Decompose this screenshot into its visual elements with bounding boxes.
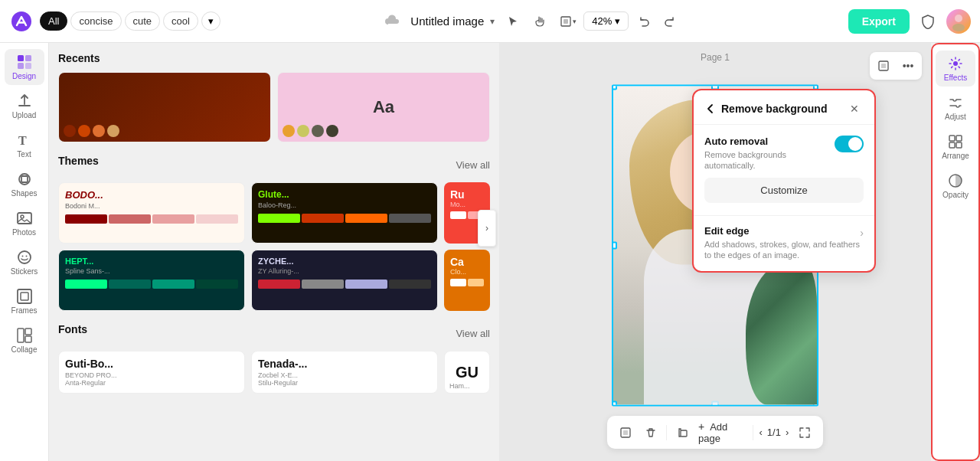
fonts-grid: Guti-Bo... BEYOND PRO... Anta-Regular Te… (58, 351, 490, 394)
svg-point-28 (953, 61, 958, 66)
handle-bl[interactable] (612, 401, 617, 407)
shield-icon[interactable] (916, 9, 940, 34)
sidebar-item-collage[interactable]: Collage (5, 322, 44, 358)
right-adjust-label: Adjust (945, 113, 966, 121)
sidebar-item-design[interactable]: Design (5, 49, 44, 85)
theme-hept-subtitle: Spline Sans-... (65, 267, 238, 275)
svg-rect-20 (18, 329, 24, 342)
doc-title: Untitled image (410, 15, 484, 28)
right-sidebar-arrange[interactable]: Arrange (936, 129, 975, 165)
right-sidebar-effects[interactable]: Effects (936, 51, 975, 87)
font-card-guti[interactable]: Guti-Bo... BEYOND PRO... Anta-Regular (58, 351, 245, 394)
auto-removal-toggle[interactable] (835, 136, 864, 152)
swatch-b (297, 125, 309, 137)
edit-edge-chevron: › (860, 227, 864, 239)
auto-removal-row: Auto removal Remove backgrounds automati… (704, 136, 864, 172)
chevron-down-icon[interactable]: ▾ (490, 16, 495, 27)
tag-all[interactable]: All (40, 11, 67, 31)
tag-dropdown[interactable]: ▾ (201, 11, 220, 31)
font-gu-sub: Ham... (449, 382, 470, 390)
logo[interactable] (9, 9, 34, 34)
sidebar-item-photos[interactable]: Photos (5, 205, 44, 241)
page-nav: ‹ 1/1 › (760, 427, 789, 438)
theme-bodo-subtitle: Bodoni M... (65, 202, 238, 210)
font-card-tenada[interactable]: Tenada-... Zocbel X-E... Stilu-Regular (251, 351, 438, 394)
sidebar-label-design: Design (12, 72, 36, 80)
right-arrange-label: Arrange (942, 152, 969, 160)
theme-card-glute[interactable]: Glute... Baloo-Reg... (251, 182, 438, 244)
svg-rect-27 (681, 430, 687, 436)
handle-ml[interactable] (612, 242, 617, 250)
canvas-frame-icon[interactable] (873, 55, 894, 77)
bottom-divider-2 (753, 425, 753, 440)
theme-zyche-title: ZYCHE... (258, 257, 431, 266)
themes-next-arrow[interactable]: › (478, 210, 496, 247)
tag-cool[interactable]: cool (163, 11, 198, 31)
theme-ru-subtitle: Mo... (450, 201, 484, 208)
svg-text:T: T (18, 134, 27, 147)
font-guti-name: Guti-Bo... (65, 358, 238, 370)
hand-icon[interactable] (528, 9, 553, 34)
zoom-value: 42% (592, 15, 612, 27)
svg-rect-9 (25, 63, 31, 69)
remove-bg-panel: Remove background ✕ Auto removal Remove … (692, 89, 876, 273)
theme-card-ca[interactable]: Ca Clo... (444, 250, 490, 311)
fonts-header: Fonts View all (58, 323, 490, 343)
svg-point-5 (952, 24, 965, 31)
right-opacity-label: Opacity (942, 191, 969, 199)
theme-card-zyche[interactable]: ZYCHE... ZY Alluring-... (251, 250, 438, 311)
tag-concise[interactable]: concise (70, 11, 121, 31)
fonts-view-all[interactable]: View all (456, 328, 490, 339)
right-sidebar-adjust[interactable]: Adjust (936, 90, 975, 126)
recent-card-2[interactable]: Aa (277, 72, 490, 142)
theme-card-hept[interactable]: HEPT... Spline Sans-... (58, 250, 245, 311)
sidebar-item-frames[interactable]: Frames (5, 283, 44, 319)
undo-redo (632, 9, 682, 34)
handle-tl[interactable] (612, 85, 617, 90)
sidebar-item-shapes[interactable]: Shapes (5, 166, 44, 202)
undo-button[interactable] (632, 9, 656, 34)
remove-bg-title: Remove background (721, 103, 827, 115)
export-button[interactable]: Export (848, 9, 910, 34)
svg-rect-6 (18, 55, 24, 61)
themes-header: Themes View all (58, 155, 490, 175)
svg-rect-31 (949, 142, 955, 148)
toolbar-icons: ▾ 42% ▾ (501, 9, 682, 34)
font-card-gu[interactable]: GU Ham... (444, 351, 490, 394)
theme-ca-title: Ca (450, 256, 484, 268)
avatar[interactable] (946, 9, 971, 34)
zoom-control[interactable]: 42% ▾ (583, 11, 629, 31)
customize-button[interactable]: Customize (704, 178, 864, 203)
recent-card-1[interactable] (58, 72, 271, 142)
sidebar-label-shapes: Shapes (11, 189, 38, 198)
edit-edge-row[interactable]: Edit edge Add shadows, strokes, glow, an… (704, 225, 864, 261)
sidebar-item-stickers[interactable]: Stickers (5, 244, 44, 280)
theme-card-bodo[interactable]: BODO... Bodoni M... (58, 182, 245, 244)
themes-view-all[interactable]: View all (456, 159, 490, 171)
sidebar-item-upload[interactable]: Upload (5, 88, 44, 124)
delete-icon[interactable] (642, 422, 661, 443)
next-page-icon[interactable]: › (786, 427, 789, 438)
svg-rect-7 (25, 55, 31, 61)
panel-back-button[interactable]: Remove background (704, 103, 827, 115)
svg-rect-12 (21, 176, 28, 182)
copy-icon[interactable] (673, 422, 692, 443)
bottom-divider-1 (666, 425, 667, 440)
redo-button[interactable] (658, 9, 682, 34)
sidebar-item-text[interactable]: T Text (5, 127, 44, 163)
zoom-chevron: ▾ (615, 15, 620, 27)
add-page-button[interactable]: + Add page (698, 420, 746, 444)
expand-icon[interactable] (795, 422, 814, 443)
prev-page-icon[interactable]: ‹ (760, 427, 763, 438)
cursor-icon[interactable] (501, 9, 525, 34)
frame-icon[interactable]: ▾ (556, 9, 580, 34)
themes-grid: BODO... Bodoni M... Glute... Baloo-Reg..… (58, 182, 490, 311)
canvas-more-icon[interactable]: ••• (897, 55, 919, 77)
font-gu-text: GU (456, 364, 479, 381)
right-sidebar-opacity[interactable]: Opacity (936, 168, 975, 204)
panel-header: Remove background ✕ (694, 90, 874, 125)
panel-close-button[interactable]: ✕ (845, 100, 864, 118)
frame-tool-icon[interactable] (616, 422, 635, 443)
tag-cute[interactable]: cute (125, 11, 161, 31)
edit-edge-desc: Add shadows, strokes, glow, and feathers… (704, 239, 860, 261)
